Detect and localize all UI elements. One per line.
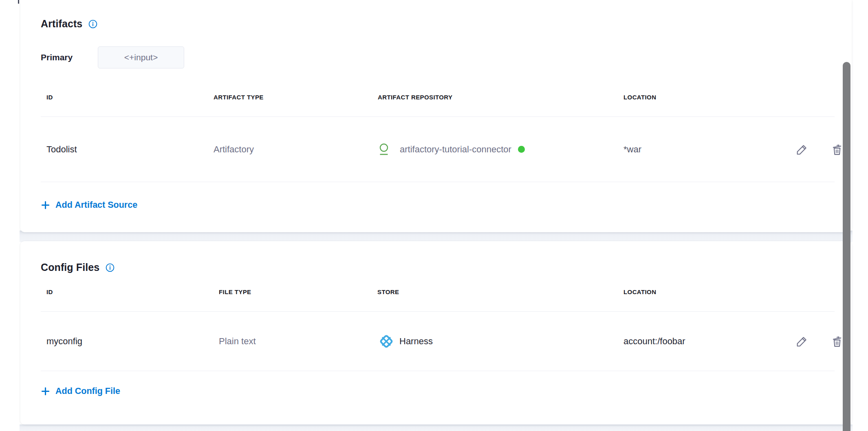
config-files-title: Config Files <box>41 262 99 273</box>
connector-name: artifactory-tutorial-connector <box>400 144 511 155</box>
add-config-file-button[interactable]: Add Config File <box>41 386 120 396</box>
artifacts-title: Artifacts <box>41 18 82 30</box>
panel-edge-fragment <box>18 0 19 4</box>
section-divider <box>20 424 853 431</box>
column-header-location: LOCATION <box>623 288 795 295</box>
artifacts-heading: Artifacts <box>41 18 98 30</box>
artifact-location-cell: *war <box>623 144 795 155</box>
config-files-card: Config Files ID FILE TYPE STORE LOCATION… <box>20 241 852 424</box>
info-icon[interactable] <box>88 19 98 29</box>
row-actions <box>795 334 846 349</box>
column-header-artifact-repository: ARTIFACT REPOSITORY <box>378 94 623 101</box>
column-header-location: LOCATION <box>623 94 795 101</box>
plus-icon <box>41 200 50 210</box>
config-file-type-cell: Plain text <box>219 336 377 347</box>
primary-artifact-input[interactable]: <+input> <box>98 46 184 68</box>
config-location-cell: account:/foobar <box>623 336 795 347</box>
pencil-icon <box>795 143 809 156</box>
column-header-id: ID <box>41 288 219 295</box>
artifact-id-cell: Todolist <box>41 144 214 155</box>
add-config-file-label: Add Config File <box>55 386 120 396</box>
edit-button[interactable] <box>795 334 809 349</box>
pencil-icon <box>795 334 809 348</box>
column-header-store: STORE <box>377 288 623 295</box>
artifacts-table-header-row: ID ARTIFACT TYPE ARTIFACT REPOSITORY LOC… <box>41 90 835 117</box>
add-artifact-source-label: Add Artifact Source <box>55 200 137 210</box>
table-row: Todolist Artifactory artifactory-tutoria… <box>41 117 835 182</box>
row-actions <box>795 142 846 157</box>
column-header-file-type: FILE TYPE <box>219 288 377 295</box>
add-artifact-source-button[interactable]: Add Artifact Source <box>41 200 137 210</box>
primary-artifact-row: Primary <+input> <box>41 46 184 68</box>
trash-icon <box>830 143 844 156</box>
harness-icon <box>377 332 395 350</box>
config-table-header-row: ID FILE TYPE STORE LOCATION <box>41 284 835 312</box>
section-divider <box>20 231 853 242</box>
config-id-cell: myconfig <box>41 336 219 347</box>
config-files-table: ID FILE TYPE STORE LOCATION myconfig Pla… <box>41 284 835 411</box>
delete-button[interactable] <box>830 142 844 157</box>
connector-status-dot <box>518 146 525 153</box>
config-files-heading: Config Files <box>41 262 115 273</box>
primary-label: Primary <box>41 53 82 62</box>
info-icon[interactable] <box>105 263 115 273</box>
artifact-type-cell: Artifactory <box>214 144 378 155</box>
scrollbar-thumb[interactable] <box>843 62 850 431</box>
table-row: myconfig Plain text Harness account:/foo… <box>41 312 835 371</box>
delete-button[interactable] <box>830 334 844 349</box>
artifacts-card: Artifacts Primary <+input> ID ARTIFACT T… <box>20 0 852 232</box>
plus-icon <box>41 387 50 396</box>
add-config-row: Add Config File <box>41 371 835 411</box>
column-header-id: ID <box>41 94 214 101</box>
store-name: Harness <box>399 336 433 347</box>
trash-icon <box>830 334 844 348</box>
artifact-repository-cell: artifactory-tutorial-connector <box>378 143 623 156</box>
artifactory-connector-icon <box>378 143 390 156</box>
edit-button[interactable] <box>795 142 809 157</box>
add-artifact-row: Add Artifact Source <box>41 182 835 228</box>
config-store-cell: Harness <box>377 332 623 350</box>
column-header-artifact-type: ARTIFACT TYPE <box>214 94 378 101</box>
artifacts-table: ID ARTIFACT TYPE ARTIFACT REPOSITORY LOC… <box>41 90 835 228</box>
